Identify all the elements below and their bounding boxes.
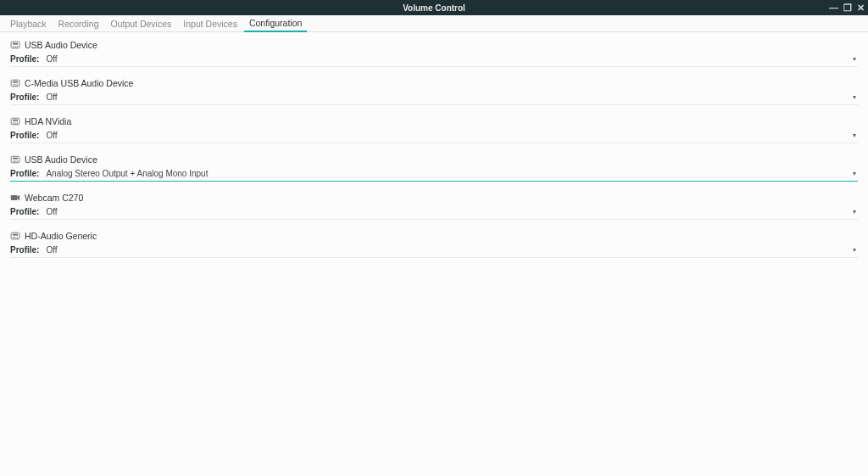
svg-rect-6: [13, 81, 18, 83]
device-name-label: HDA NVidia: [25, 116, 71, 126]
profile-select[interactable]: Off▾: [44, 206, 858, 217]
device-header: USB Audio Device: [10, 37, 858, 52]
profile-label: Profile:: [10, 245, 39, 255]
chevron-down-icon: ▾: [853, 55, 856, 63]
profile-label: Profile:: [10, 131, 39, 140]
svg-point-25: [17, 237, 19, 238]
sound-card-icon: [10, 231, 20, 241]
device-entry: C-Media USB Audio DeviceProfile:Off▾: [10, 76, 858, 107]
device-header: USB Audio Device: [10, 152, 858, 166]
profile-row: Profile:Off▾: [10, 90, 858, 105]
svg-point-17: [13, 160, 14, 162]
chevron-down-icon: ▾: [853, 93, 856, 101]
profile-select[interactable]: Off▾: [44, 244, 858, 255]
svg-point-4: [17, 46, 19, 48]
device-name-label: USB Audio Device: [25, 40, 97, 50]
configuration-panel: USB Audio DeviceProfile:Off▾C-Media USB …: [0, 32, 868, 272]
device-entry: HD-Audio GenericProfile:Off▾: [10, 228, 858, 260]
svg-point-12: [13, 122, 14, 124]
svg-point-18: [14, 160, 16, 162]
svg-point-8: [14, 84, 16, 86]
profile-select[interactable]: Off▾: [44, 92, 858, 103]
profile-select[interactable]: Off▾: [44, 53, 858, 64]
profile-value: Off: [46, 92, 57, 102]
sound-card-icon: [10, 40, 20, 50]
device-name-label: C-Media USB Audio Device: [25, 78, 133, 88]
profile-row: Profile:Off▾: [10, 52, 858, 67]
tab-bar: Playback Recording Output Devices Input …: [0, 15, 868, 32]
device-header: Webcam C270: [10, 190, 858, 204]
device-name-label: USB Audio Device: [25, 154, 97, 165]
minimize-icon[interactable]: —: [829, 3, 838, 13]
svg-rect-16: [13, 158, 18, 160]
svg-rect-11: [13, 120, 18, 121]
svg-point-24: [14, 237, 16, 238]
device-header: C-Media USB Audio Device: [10, 76, 858, 90]
device-header: HDA NVidia: [10, 114, 858, 128]
device-header: HD-Audio Generic: [10, 228, 858, 243]
sound-card-icon: [10, 116, 20, 126]
tab-input-devices[interactable]: Input Devices: [178, 16, 242, 31]
profile-label: Profile:: [10, 92, 39, 102]
maximize-icon[interactable]: ❐: [843, 3, 852, 13]
profile-label: Profile:: [10, 54, 39, 64]
profile-value: Analog Stereo Output + Analog Mono Input: [46, 169, 208, 178]
svg-point-23: [13, 237, 14, 238]
svg-point-3: [14, 46, 16, 48]
svg-point-2: [13, 46, 14, 48]
tab-recording[interactable]: Recording: [53, 16, 104, 31]
device-entry: USB Audio DeviceProfile:Off▾: [10, 37, 858, 69]
window-controls: — ❐ ✕: [829, 0, 865, 15]
profile-value: Off: [46, 245, 57, 255]
chevron-down-icon: ▾: [853, 208, 856, 216]
tab-output-devices[interactable]: Output Devices: [105, 16, 176, 31]
profile-label: Profile:: [10, 207, 39, 216]
profile-row: Profile:Analog Stereo Output + Analog Mo…: [10, 166, 858, 182]
svg-point-14: [17, 122, 19, 124]
window-title: Volume Control: [403, 3, 465, 13]
profile-select[interactable]: Analog Stereo Output + Analog Mono Input…: [44, 168, 858, 179]
profile-value: Off: [46, 207, 57, 216]
svg-point-9: [17, 84, 19, 86]
profile-value: Off: [46, 54, 57, 64]
chevron-down-icon: ▾: [853, 246, 856, 254]
tab-playback[interactable]: Playback: [5, 16, 52, 31]
window-titlebar: Volume Control — ❐ ✕: [0, 0, 868, 15]
device-entry: USB Audio DeviceProfile:Analog Stereo Ou…: [10, 152, 858, 183]
profile-row: Profile:Off▾: [10, 204, 858, 220]
tab-configuration[interactable]: Configuration: [244, 15, 307, 32]
profile-select[interactable]: Off▾: [44, 130, 858, 141]
svg-point-19: [17, 160, 19, 162]
sound-card-icon: [10, 154, 20, 165]
svg-rect-1: [13, 43, 18, 45]
device-entry: Webcam C270Profile:Off▾: [10, 190, 858, 221]
svg-rect-22: [13, 234, 18, 236]
profile-row: Profile:Off▾: [10, 128, 858, 143]
device-name-label: Webcam C270: [25, 193, 83, 203]
device-entry: HDA NVidiaProfile:Off▾: [10, 114, 858, 145]
chevron-down-icon: ▾: [853, 170, 856, 177]
camera-icon: [10, 193, 20, 203]
close-icon[interactable]: ✕: [857, 3, 865, 13]
profile-label: Profile:: [10, 169, 39, 178]
chevron-down-icon: ▾: [853, 132, 856, 139]
sound-card-icon: [10, 78, 20, 88]
profile-row: Profile:Off▾: [10, 243, 858, 258]
profile-value: Off: [46, 131, 57, 140]
svg-rect-20: [11, 195, 18, 200]
svg-point-7: [13, 84, 14, 86]
svg-point-13: [14, 122, 16, 124]
device-name-label: HD-Audio Generic: [25, 231, 97, 241]
